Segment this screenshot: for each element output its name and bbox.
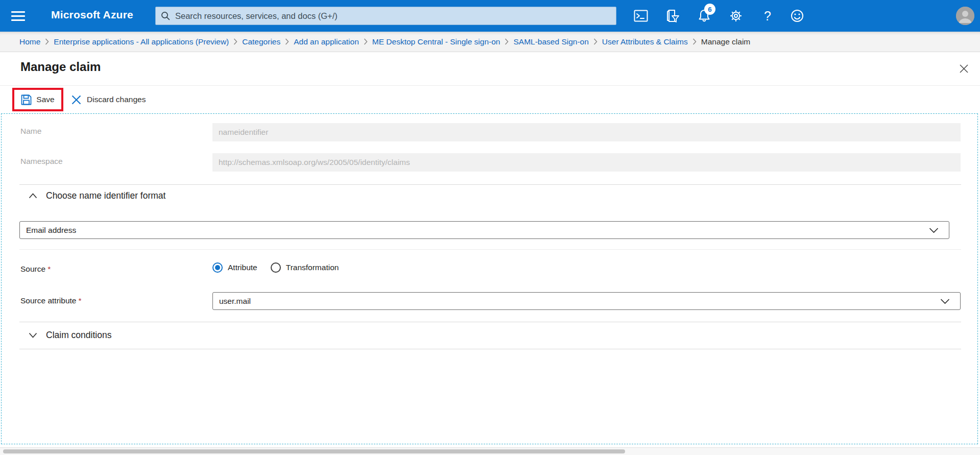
breadcrumb-categories[interactable]: Categories <box>242 37 280 46</box>
save-highlight-annotation: Save <box>12 88 63 111</box>
section-title: Choose name identifier format <box>46 190 165 201</box>
source-attribute-dropdown[interactable]: user.mail <box>212 292 961 310</box>
namespace-label: Namespace <box>20 157 63 166</box>
name-identifier-format-section-header[interactable]: Choose name identifier format <box>29 190 165 201</box>
divider <box>19 322 961 322</box>
required-marker: * <box>47 265 51 273</box>
save-button[interactable]: Save <box>21 94 54 105</box>
divider <box>19 249 961 250</box>
chevron-up-icon <box>29 193 37 199</box>
directory-filter-icon[interactable] <box>664 8 681 24</box>
notifications-bell-icon[interactable]: 6 <box>696 8 713 24</box>
cloud-shell-icon[interactable] <box>632 8 650 24</box>
radio-selected-icon <box>212 262 223 273</box>
chevron-down-icon <box>929 227 939 233</box>
name-label: Name <box>20 127 41 136</box>
save-icon <box>21 94 32 105</box>
breadcrumb-current-manage-claim: Manage claim <box>701 37 751 46</box>
breadcrumb-separator-icon <box>692 38 697 45</box>
radio-unselected-icon <box>271 262 281 273</box>
source-label: Source* <box>20 265 51 274</box>
settings-gear-icon[interactable] <box>727 8 745 24</box>
breadcrumb-saml-based-sign-on[interactable]: SAML-based Sign-on <box>513 37 588 46</box>
selected-format-value: Email address <box>26 226 76 235</box>
hamburger-menu-icon[interactable] <box>11 9 27 23</box>
name-identifier-format-dropdown[interactable]: Email address <box>19 221 949 239</box>
namespace-field: http://schemas.xmlsoap.org/ws/2005/05/id… <box>212 153 961 172</box>
search-icon <box>161 11 170 20</box>
feedback-smiley-icon[interactable] <box>788 8 806 24</box>
breadcrumb-enterprise-applications[interactable]: Enterprise applications - All applicatio… <box>54 37 229 46</box>
claim-conditions-section-header[interactable]: Claim conditions <box>29 330 111 341</box>
discard-changes-label: Discard changes <box>87 95 146 104</box>
global-search[interactable] <box>155 7 616 25</box>
breadcrumb-separator-icon <box>285 38 289 45</box>
azure-portal-page: Microsoft Azure <box>0 0 980 455</box>
help-icon[interactable]: ? <box>759 8 776 24</box>
breadcrumb-separator-icon <box>593 38 597 45</box>
breadcrumb-separator-icon <box>45 38 49 45</box>
close-blade-button[interactable] <box>957 61 971 76</box>
breadcrumb-separator-icon <box>505 38 509 45</box>
breadcrumb-user-attributes-claims[interactable]: User Attributes & Claims <box>602 37 688 46</box>
divider <box>19 349 961 349</box>
section-title: Claim conditions <box>46 330 111 341</box>
brand-title: Microsoft Azure <box>51 9 133 21</box>
blade-header: Manage claim <box>0 52 980 86</box>
source-attribute-label: Source attribute* <box>20 296 81 305</box>
close-icon <box>960 64 968 73</box>
chevron-down-icon <box>940 298 950 304</box>
source-attribute-radio[interactable]: Attribute <box>212 262 257 273</box>
account-avatar[interactable] <box>956 7 974 25</box>
breadcrumb-app-single-sign-on[interactable]: ME Desktop Central - Single sign-on <box>372 37 500 46</box>
source-transformation-radio[interactable]: Transformation <box>271 262 339 273</box>
source-attribute-value: user.mail <box>219 297 251 306</box>
discard-x-icon <box>71 95 81 105</box>
top-header-bar: Microsoft Azure <box>0 0 980 32</box>
save-label: Save <box>36 95 54 104</box>
horizontal-scrollbar[interactable] <box>0 447 980 455</box>
breadcrumb-separator-icon <box>364 38 368 45</box>
discard-changes-button[interactable]: Discard changes <box>71 86 146 113</box>
source-radio-group: Attribute Transformation <box>212 262 339 273</box>
page-title: Manage claim <box>20 60 101 74</box>
manage-claim-form: Name nameidentifier Namespace http://sch… <box>0 113 980 444</box>
name-field: nameidentifier <box>212 123 961 141</box>
breadcrumb: Home Enterprise applications - All appli… <box>0 32 980 52</box>
scrollbar-thumb[interactable] <box>3 449 625 453</box>
required-marker: * <box>78 296 81 305</box>
breadcrumb-home[interactable]: Home <box>19 37 40 46</box>
notification-badge: 6 <box>704 4 715 15</box>
command-bar: Save Discard changes <box>0 86 980 113</box>
chevron-down-icon <box>29 332 37 338</box>
breadcrumb-separator-icon <box>233 38 237 45</box>
breadcrumb-add-an-application[interactable]: Add an application <box>294 37 359 46</box>
search-input[interactable] <box>175 11 611 21</box>
divider <box>19 184 961 185</box>
